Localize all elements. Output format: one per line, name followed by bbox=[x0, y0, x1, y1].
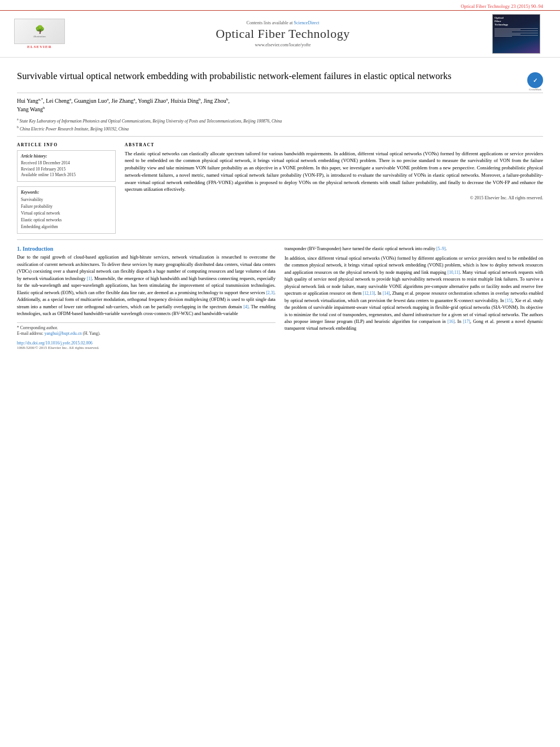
article-history-title: Article history: bbox=[21, 154, 112, 159]
intro-right-text-1: transponder (BV-Transponder) have turned… bbox=[285, 246, 543, 252]
cover-line-8 bbox=[495, 36, 512, 37]
issn-text: 1068-5200/© 2015 Elsevier Inc. All right… bbox=[17, 346, 275, 350]
elsevier-logo: 🌳 illustration ELSEVIER bbox=[11, 16, 68, 51]
author-jie-zhang: Jie Zhang bbox=[111, 98, 133, 104]
email-footnote: E-mail address: yanghui@bupt.edu.cn (H. … bbox=[17, 331, 275, 337]
contents-line: Contents lists available at ScienceDirec… bbox=[79, 20, 487, 25]
article-info-abstract-section: ARTICLE INFO Article history: Received 1… bbox=[17, 137, 543, 234]
author-yongli-zhao-sup: a bbox=[166, 97, 168, 102]
elsevier-image: 🌳 illustration bbox=[14, 19, 65, 44]
ref-17: [17] bbox=[463, 319, 470, 324]
section-divider bbox=[17, 239, 543, 240]
corresponding-author-note: * Corresponding author. bbox=[17, 325, 275, 331]
affil-a: a State Key Laboratory of Information Ph… bbox=[17, 117, 543, 124]
header-center: Contents lists available at ScienceDirec… bbox=[79, 20, 487, 47]
article-history-box: Article history: Received 18 December 20… bbox=[17, 150, 116, 182]
author-huixia-ding: Huixia Ding bbox=[170, 98, 199, 104]
header-right: OpticalFiberTechnology bbox=[492, 14, 543, 54]
journal-citation: Optical Fiber Technology 23 (2015) 90–94 bbox=[461, 3, 543, 9]
crossmark-label: CrossMark bbox=[527, 88, 543, 91]
paper-title: Survivable virtual optical network embed… bbox=[17, 70, 523, 82]
affil-a-sup: a bbox=[17, 117, 19, 121]
ref-4: [4] bbox=[243, 304, 248, 309]
page-wrapper: Optical Fiber Technology 23 (2015) 90–94… bbox=[0, 0, 560, 747]
cover-line-1 bbox=[495, 28, 538, 29]
author-jing-zhou-sup: b bbox=[226, 97, 229, 102]
footnote-section: * Corresponding author. E-mail address: … bbox=[17, 322, 275, 350]
author-jing-zhou: Jing Zhou bbox=[203, 98, 226, 104]
ref-12-13: [12,13] bbox=[363, 291, 375, 296]
article-info-header: ARTICLE INFO bbox=[17, 142, 116, 147]
keywords-title: Keywords: bbox=[21, 190, 112, 195]
paper-title-section: Survivable virtual optical network embed… bbox=[17, 63, 543, 93]
keyword-failure-prob: Failure probability bbox=[21, 203, 112, 210]
author-jie-zhang-sup: a bbox=[134, 97, 135, 102]
intro-left-text: Due to the rapid growth of cloud-based a… bbox=[17, 254, 275, 317]
cover-title: OpticalFiberTechnology bbox=[495, 16, 538, 27]
author-lei-cheng: Lei Cheng bbox=[46, 98, 69, 104]
intro-left-col: 1. Introduction Due to the rapid growth … bbox=[17, 246, 275, 350]
author-yang-wang: Yang Wang bbox=[17, 107, 43, 113]
cover-line-6 bbox=[495, 34, 520, 34]
author-huixia-ding-sup: b bbox=[199, 97, 201, 102]
received-date: Received 18 December 2014 bbox=[21, 160, 112, 167]
journal-title: Optical Fiber Technology bbox=[79, 27, 487, 41]
article-info-col: ARTICLE INFO Article history: Received 1… bbox=[17, 142, 116, 234]
abstract-col: ABSTRACT The elastic optical networks ca… bbox=[125, 142, 543, 234]
paper-body: Survivable virtual optical network embed… bbox=[0, 58, 560, 356]
ref-14: [14] bbox=[383, 291, 390, 296]
copyright-line: © 2015 Elsevier Inc. All rights reserved… bbox=[125, 195, 543, 200]
ref-10-11: [10,11] bbox=[448, 270, 460, 275]
affil-b-text: China Electric Power Research Institute,… bbox=[20, 126, 129, 131]
header-left: 🌳 illustration ELSEVIER bbox=[11, 16, 73, 51]
author-hui-yang-sup: a,* bbox=[38, 97, 43, 102]
affil-b-sup: b bbox=[17, 125, 19, 129]
affil-b: b China Electric Power Research Institut… bbox=[17, 125, 543, 132]
cover-decorative-lines bbox=[495, 28, 538, 37]
ref-1: [1] bbox=[87, 276, 92, 281]
crossmark-icon: ✓ bbox=[527, 72, 543, 88]
journal-cover-image: OpticalFiberTechnology bbox=[492, 14, 540, 54]
revised-date: Revised 10 February 2015 bbox=[21, 167, 112, 173]
cover-line-3 bbox=[495, 30, 538, 31]
elsevier-tree-icon: 🌳 bbox=[35, 25, 45, 34]
crossmark-badge: ✓ CrossMark bbox=[527, 72, 543, 88]
affiliations-section: a State Key Laboratory of Information Ph… bbox=[17, 116, 543, 137]
available-date: Available online 13 March 2015 bbox=[21, 172, 112, 178]
cover-line-2 bbox=[495, 29, 520, 30]
keyword-virtual-optical: Virtual optical network bbox=[21, 210, 112, 217]
section-1-number: 1. Introduction bbox=[17, 246, 275, 252]
affil-a-text: State Key Laboratory of Information Phot… bbox=[20, 118, 282, 123]
keyword-survivability: Survivability bbox=[21, 196, 112, 203]
abstract-text: The elastic optical networks can elastic… bbox=[125, 150, 543, 194]
doi-section: http://dx.doi.org/10.1016/j.yofe.2015.02… bbox=[17, 340, 275, 350]
author-yongli-zhao: Yongli Zhao bbox=[138, 98, 166, 104]
keyword-elastic-optical: Elastic optical networks bbox=[21, 217, 112, 224]
intro-right-col: transponder (BV-Transponder) have turned… bbox=[285, 246, 543, 350]
keyword-embedding: Embedding algorithm bbox=[21, 224, 112, 230]
abstract-header: ABSTRACT bbox=[125, 142, 543, 147]
author-lei-cheng-sup: a bbox=[69, 97, 71, 102]
cover-line-7 bbox=[495, 35, 538, 36]
doi-link: http://dx.doi.org/10.1016/j.yofe.2015.02… bbox=[17, 340, 275, 346]
author-yang-wang-sup: b bbox=[43, 106, 45, 110]
intro-right-text-2: In addition, since different virtual opt… bbox=[285, 255, 543, 333]
keywords-box: Keywords: Survivability Failure probabil… bbox=[17, 186, 116, 234]
abstract-section: ABSTRACT The elastic optical networks ca… bbox=[125, 142, 543, 201]
elsevier-label: ELSEVIER bbox=[27, 45, 51, 49]
journal-url: www.elsevier.com/locate/yofte bbox=[79, 42, 487, 47]
email-link[interactable]: yanghui@bupt.edu.cn bbox=[45, 331, 82, 336]
ref-2-3: [2,3] bbox=[266, 290, 274, 295]
authors-section: Hui Yanga,*, Lei Chenga, Guangjun Luoa, … bbox=[17, 93, 543, 116]
author-hui-yang: Hui Yang bbox=[17, 98, 38, 104]
cover-line-4 bbox=[495, 32, 512, 32]
ref-5-9: [5–9] bbox=[436, 246, 445, 251]
introduction-section: 1. Introduction Due to the rapid growth … bbox=[17, 246, 543, 350]
author-guangjun-luo-sup: a bbox=[107, 97, 108, 102]
journal-line: Optical Fiber Technology 23 (2015) 90–94 bbox=[0, 0, 560, 10]
header: 🌳 illustration ELSEVIER Contents lists a… bbox=[0, 10, 560, 58]
science-direct-link[interactable]: ScienceDirect bbox=[294, 20, 320, 25]
cover-line-5 bbox=[495, 33, 538, 33]
ref-15: [15] bbox=[505, 298, 513, 303]
author-guangjun-luo: Guangjun Luo bbox=[74, 98, 107, 104]
